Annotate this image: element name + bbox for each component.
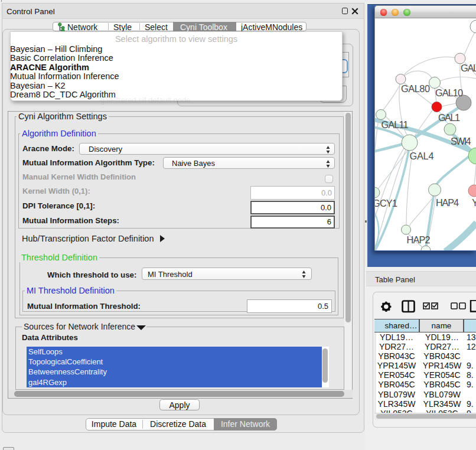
svg-text:SWI4: SWI4: [451, 136, 471, 146]
svg-text:GAL4: GAL4: [410, 151, 434, 161]
svg-text:HAP4: HAP4: [436, 197, 459, 208]
svg-text:HAP2: HAP2: [407, 234, 431, 245]
svg-text:GAL80: GAL80: [401, 83, 430, 94]
svg-text:YJ: YJ: [472, 197, 476, 208]
svg-text:GAL11: GAL11: [382, 119, 409, 130]
svg-text:GAL7: GAL7: [461, 63, 476, 73]
svg-text:GAL1: GAL1: [438, 112, 460, 123]
svg-text:GCY1: GCY1: [375, 198, 397, 208]
svg-text:GAL10: GAL10: [435, 87, 463, 98]
